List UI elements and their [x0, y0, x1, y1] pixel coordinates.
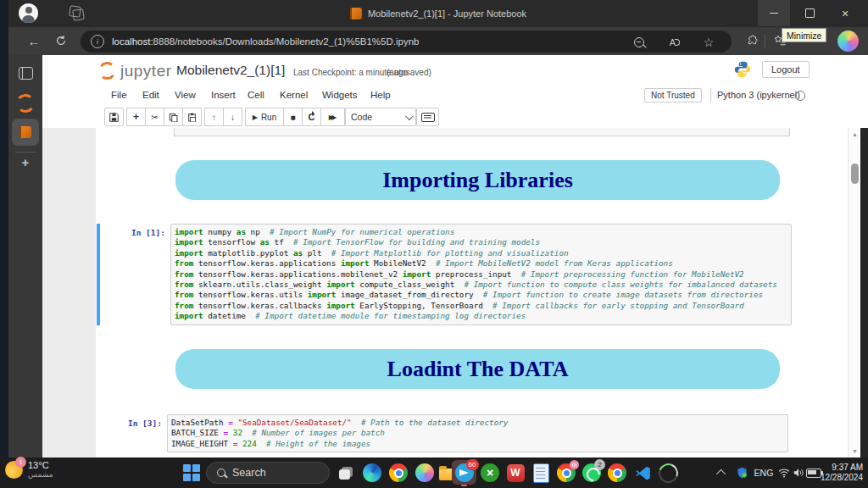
telegram-app-active[interactable]: 60 [452, 460, 476, 485]
vscode-app[interactable] [632, 463, 653, 483]
markdown-heading-importing[interactable]: Importing Libraries [175, 160, 780, 200]
browser-frame-edge [860, 128, 868, 458]
notebook-favicon-icon [350, 8, 362, 19]
browser-titlebar: Mobilenetv2_(1)[1] - Jupyter Notebook × [8, 0, 868, 27]
scrollbar-thumb[interactable] [851, 164, 859, 184]
menu-insert[interactable]: Insert [211, 90, 236, 100]
menu-edit[interactable]: Edit [142, 90, 159, 100]
tab-notebook-active[interactable] [12, 119, 39, 146]
notebook-title[interactable]: Mobilenetv2_(1)[1] [176, 63, 285, 78]
back-button[interactable]: ← [25, 32, 42, 49]
notepad-app[interactable] [531, 463, 551, 483]
chrome-app[interactable] [388, 463, 409, 483]
wifi-icon [778, 468, 790, 478]
save-button[interactable] [104, 108, 124, 126]
tab-jupyter-home[interactable] [8, 94, 42, 113]
menu-widgets[interactable]: Widgets [322, 90, 358, 100]
language-indicator[interactable]: ENG [751, 463, 776, 483]
logout-button[interactable]: Logout [762, 61, 810, 78]
notebook-scrollbar[interactable]: ▲ ▼ [848, 128, 861, 458]
windows-taskbar: 1 13°C مشمس Search 60 × W m 2 ENG 9:37 A… [0, 458, 868, 488]
menu-help[interactable]: Help [370, 90, 391, 100]
close-button[interactable]: × [829, 0, 861, 26]
run-button[interactable]: ▶Run [245, 108, 284, 126]
scroll-up-icon[interactable]: ▲ [849, 131, 861, 137]
chrome-profile-app[interactable]: m [556, 463, 576, 483]
task-view-button[interactable] [336, 463, 356, 483]
copilot-app[interactable] [415, 463, 435, 483]
play-icon: ▶ [253, 114, 258, 121]
wps-app[interactable]: W [505, 463, 526, 483]
close-icon: × [842, 8, 849, 19]
copilot-icon[interactable] [837, 30, 859, 52]
loading-app[interactable] [658, 463, 678, 483]
new-tab-button[interactable]: + [8, 155, 42, 169]
start-button[interactable] [183, 464, 200, 481]
notebook-content[interactable]: Importing Libraries In [1]: import numpy… [42, 128, 868, 458]
tray-expand-button[interactable] [712, 463, 732, 483]
menu-cell[interactable]: Cell [248, 90, 264, 100]
security-tray-icon[interactable] [732, 463, 752, 483]
favorite-button[interactable]: ☆ [701, 35, 716, 50]
cut-cell-button[interactable]: ✂ [145, 108, 164, 126]
minimize-tooltip: Minimize [782, 28, 826, 42]
edge-app[interactable] [362, 463, 382, 483]
refresh-button[interactable] [53, 32, 70, 49]
maximize-button[interactable] [793, 0, 826, 26]
python-logo-icon [733, 60, 752, 79]
copy-cell-button[interactable] [164, 108, 183, 126]
menu-file[interactable]: File [111, 90, 127, 100]
restart-run-all-button[interactable]: ▶▶ [320, 108, 345, 126]
minimize-button[interactable] [758, 0, 790, 26]
stop-button[interactable]: ■ [283, 108, 303, 126]
extensions-button[interactable] [743, 32, 760, 49]
taskbar-search[interactable]: Search [206, 462, 330, 484]
site-info-icon[interactable]: i [91, 35, 104, 48]
zoom-out-button[interactable] [632, 35, 647, 50]
chrome-icon: m [557, 463, 576, 482]
kernel-status-icon [795, 91, 805, 101]
read-aloud-button[interactable]: A [667, 35, 682, 50]
markdown-heading-loading[interactable]: Loadint The DATA [175, 349, 780, 389]
menu-kernel[interactable]: Kernel [280, 90, 308, 100]
kernel-name[interactable]: Python 3 (ipykernel) [717, 90, 800, 100]
chrome-icon [389, 463, 408, 482]
browser-navbar: ← i localhost:8888/notebooks/Downloads/M… [8, 27, 868, 55]
chevron-down-icon [405, 112, 414, 120]
add-cell-button[interactable]: + [126, 108, 146, 126]
shield-icon [736, 466, 748, 480]
code-input-area[interactable]: import numpy as np # Import NumPy for nu… [170, 224, 792, 325]
url-text[interactable]: localhost:8888/notebooks/Downloads/Mobil… [112, 36, 419, 47]
notepad-icon [533, 463, 549, 483]
whatsapp-app[interactable]: 2 [581, 463, 602, 483]
active-tab[interactable]: Mobilenetv2_(1)[1] - Jupyter Notebook [350, 0, 526, 27]
code-cell-in3[interactable]: In [3]: DataSetPath = "SeaDataset/SeaDat… [97, 414, 788, 452]
profile-avatar[interactable] [19, 3, 38, 23]
move-cell-up-button[interactable]: ↑ [204, 108, 224, 126]
scroll-down-icon[interactable]: ▼ [849, 448, 861, 454]
tab-pane-button[interactable] [8, 67, 42, 80]
menu-view[interactable]: View [175, 90, 196, 100]
save-icon [109, 113, 119, 122]
weather-widget[interactable]: 1 13°C مشمس [5, 460, 53, 480]
volume-tray-icon[interactable] [791, 463, 806, 483]
jupyter-logo[interactable]: jupyter [98, 62, 172, 80]
chrome2-app[interactable] [607, 463, 627, 483]
clock[interactable]: 9:37 AM 12/28/2024 [812, 463, 863, 483]
weather-desc: مشمس [28, 470, 53, 480]
command-palette-button[interactable] [416, 108, 439, 126]
url-bar[interactable]: i localhost:8888/notebooks/Downloads/Mob… [81, 30, 732, 53]
cell-type-select[interactable]: Code [345, 108, 416, 126]
code-cell-in1[interactable]: In [1]: import numpy as np # Import NumP… [97, 224, 792, 325]
restart-kernel-button[interactable]: C [302, 108, 321, 126]
notebook-container: Importing Libraries In [1]: import numpy… [96, 128, 848, 458]
wifi-tray-icon[interactable] [776, 463, 792, 483]
xbox-app[interactable]: × [480, 463, 500, 483]
task-view-icon [339, 467, 353, 480]
code-input-area[interactable]: DataSetPath = "SeaDataset/SeaDataset/" #… [167, 414, 788, 452]
paste-cell-button[interactable] [182, 108, 202, 126]
trust-status-badge[interactable]: Not Trusted [644, 88, 702, 103]
workspaces-icon[interactable] [70, 6, 84, 20]
move-cell-down-button[interactable]: ↓ [223, 108, 242, 126]
weather-temp: 13°C [28, 460, 53, 470]
